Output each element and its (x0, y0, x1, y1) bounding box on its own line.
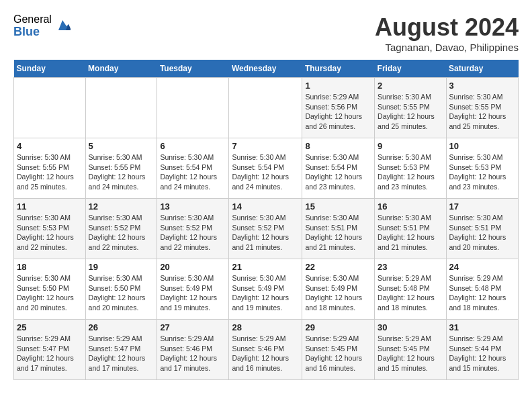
calendar-cell: 13Sunrise: 5:30 AM Sunset: 5:52 PM Dayli… (157, 199, 229, 259)
logo-blue: Blue (13, 26, 52, 39)
day-info: Sunrise: 5:29 AM Sunset: 5:56 PM Dayligh… (305, 92, 371, 132)
day-info: Sunrise: 5:30 AM Sunset: 5:49 PM Dayligh… (160, 273, 226, 313)
day-info: Sunrise: 5:30 AM Sunset: 5:55 PM Dayligh… (378, 92, 443, 132)
day-number: 16 (378, 201, 443, 212)
calendar-cell: 11Sunrise: 5:30 AM Sunset: 5:53 PM Dayli… (14, 199, 86, 259)
day-info: Sunrise: 5:30 AM Sunset: 5:49 PM Dayligh… (232, 273, 299, 313)
day-number: 28 (232, 322, 299, 332)
logo-general: General (13, 13, 52, 26)
day-number: 17 (449, 201, 515, 212)
logo-text: General Blue (13, 13, 52, 38)
day-info: Sunrise: 5:30 AM Sunset: 5:55 PM Dayligh… (89, 152, 154, 192)
day-number: 14 (232, 201, 299, 212)
calendar-cell: 14Sunrise: 5:30 AM Sunset: 5:52 PM Dayli… (229, 199, 302, 259)
calendar-cell (85, 78, 157, 138)
day-info: Sunrise: 5:29 AM Sunset: 5:48 PM Dayligh… (449, 273, 515, 313)
weekday-header-tuesday: Tuesday (157, 60, 229, 78)
day-number: 2 (378, 81, 443, 91)
day-number: 29 (305, 322, 371, 332)
day-info: Sunrise: 5:29 AM Sunset: 5:48 PM Dayligh… (378, 273, 443, 313)
calendar-cell: 4Sunrise: 5:30 AM Sunset: 5:55 PM Daylig… (14, 138, 86, 199)
calendar-cell: 6Sunrise: 5:30 AM Sunset: 5:54 PM Daylig… (157, 138, 229, 199)
calendar-cell: 9Sunrise: 5:30 AM Sunset: 5:53 PM Daylig… (375, 138, 446, 199)
calendar-cell: 5Sunrise: 5:30 AM Sunset: 5:55 PM Daylig… (85, 138, 157, 199)
weekday-row: SundayMondayTuesdayWednesdayThursdayFrid… (14, 60, 519, 78)
week-row-2: 4Sunrise: 5:30 AM Sunset: 5:55 PM Daylig… (14, 138, 519, 199)
day-number: 6 (160, 141, 226, 151)
day-info: Sunrise: 5:30 AM Sunset: 5:50 PM Dayligh… (17, 273, 83, 313)
day-number: 12 (89, 201, 154, 212)
weekday-header-wednesday: Wednesday (229, 60, 302, 78)
calendar-cell: 17Sunrise: 5:30 AM Sunset: 5:51 PM Dayli… (446, 199, 518, 259)
calendar-cell: 20Sunrise: 5:30 AM Sunset: 5:49 PM Dayli… (157, 259, 229, 320)
calendar-cell: 15Sunrise: 5:30 AM Sunset: 5:51 PM Dayli… (302, 199, 375, 259)
day-number: 23 (378, 262, 443, 272)
day-info: Sunrise: 5:30 AM Sunset: 5:52 PM Dayligh… (232, 213, 299, 253)
calendar-cell: 12Sunrise: 5:30 AM Sunset: 5:52 PM Dayli… (85, 199, 157, 259)
month-year: August 2024 (375, 13, 519, 42)
location: Tagnanan, Davao, Philippines (375, 42, 519, 53)
day-info: Sunrise: 5:30 AM Sunset: 5:51 PM Dayligh… (305, 213, 371, 253)
day-number: 25 (17, 322, 83, 332)
day-info: Sunrise: 5:30 AM Sunset: 5:52 PM Dayligh… (89, 213, 154, 253)
day-number: 20 (160, 262, 226, 272)
day-info: Sunrise: 5:30 AM Sunset: 5:54 PM Dayligh… (160, 152, 226, 192)
day-info: Sunrise: 5:30 AM Sunset: 5:51 PM Dayligh… (378, 213, 443, 253)
calendar-cell: 16Sunrise: 5:30 AM Sunset: 5:51 PM Dayli… (375, 199, 446, 259)
calendar-table: SundayMondayTuesdayWednesdayThursdayFrid… (13, 60, 519, 380)
day-info: Sunrise: 5:30 AM Sunset: 5:54 PM Dayligh… (305, 152, 371, 192)
day-info: Sunrise: 5:30 AM Sunset: 5:54 PM Dayligh… (232, 152, 299, 192)
day-number: 13 (160, 201, 226, 212)
day-info: Sunrise: 5:30 AM Sunset: 5:53 PM Dayligh… (378, 152, 443, 192)
weekday-header-thursday: Thursday (302, 60, 375, 78)
day-info: Sunrise: 5:30 AM Sunset: 5:53 PM Dayligh… (449, 152, 515, 192)
weekday-header-sunday: Sunday (14, 60, 86, 78)
calendar-cell: 2Sunrise: 5:30 AM Sunset: 5:55 PM Daylig… (375, 78, 446, 138)
calendar-cell: 23Sunrise: 5:29 AM Sunset: 5:48 PM Dayli… (375, 259, 446, 320)
day-info: Sunrise: 5:29 AM Sunset: 5:44 PM Dayligh… (449, 334, 515, 373)
calendar-header: SundayMondayTuesdayWednesdayThursdayFrid… (14, 60, 519, 78)
day-number: 15 (305, 201, 371, 212)
calendar-cell: 7Sunrise: 5:30 AM Sunset: 5:54 PM Daylig… (229, 138, 302, 199)
day-number: 5 (89, 141, 154, 151)
day-info: Sunrise: 5:29 AM Sunset: 5:46 PM Dayligh… (232, 334, 299, 373)
day-number: 9 (378, 141, 443, 151)
day-number: 3 (449, 81, 515, 91)
day-number: 18 (17, 262, 83, 272)
weekday-header-monday: Monday (85, 60, 157, 78)
logo-icon (54, 18, 71, 34)
calendar-cell (157, 78, 229, 138)
day-number: 19 (89, 262, 154, 272)
day-number: 26 (89, 322, 154, 332)
day-number: 27 (160, 322, 226, 332)
calendar-cell: 26Sunrise: 5:29 AM Sunset: 5:47 PM Dayli… (85, 320, 157, 380)
day-info: Sunrise: 5:30 AM Sunset: 5:50 PM Dayligh… (89, 273, 154, 313)
day-number: 11 (17, 201, 83, 212)
week-row-1: 1Sunrise: 5:29 AM Sunset: 5:56 PM Daylig… (14, 78, 519, 138)
day-number: 4 (17, 141, 83, 151)
day-info: Sunrise: 5:29 AM Sunset: 5:47 PM Dayligh… (89, 334, 154, 373)
calendar-cell: 18Sunrise: 5:30 AM Sunset: 5:50 PM Dayli… (14, 259, 86, 320)
page-header: General Blue August 2024 Tagnanan, Davao… (13, 13, 519, 53)
calendar-cell (14, 78, 86, 138)
day-info: Sunrise: 5:30 AM Sunset: 5:55 PM Dayligh… (17, 152, 83, 192)
title-block: August 2024 Tagnanan, Davao, Philippines (375, 13, 519, 53)
calendar-cell: 19Sunrise: 5:30 AM Sunset: 5:50 PM Dayli… (85, 259, 157, 320)
day-info: Sunrise: 5:29 AM Sunset: 5:45 PM Dayligh… (305, 334, 371, 373)
calendar-cell: 24Sunrise: 5:29 AM Sunset: 5:48 PM Dayli… (446, 259, 518, 320)
calendar-cell: 3Sunrise: 5:30 AM Sunset: 5:55 PM Daylig… (446, 78, 518, 138)
calendar-cell: 28Sunrise: 5:29 AM Sunset: 5:46 PM Dayli… (229, 320, 302, 380)
day-info: Sunrise: 5:30 AM Sunset: 5:52 PM Dayligh… (160, 213, 226, 253)
day-info: Sunrise: 5:29 AM Sunset: 5:46 PM Dayligh… (160, 334, 226, 373)
week-row-4: 18Sunrise: 5:30 AM Sunset: 5:50 PM Dayli… (14, 259, 519, 320)
calendar-body: 1Sunrise: 5:29 AM Sunset: 5:56 PM Daylig… (14, 78, 519, 380)
calendar-cell: 25Sunrise: 5:29 AM Sunset: 5:47 PM Dayli… (14, 320, 86, 380)
calendar-cell: 1Sunrise: 5:29 AM Sunset: 5:56 PM Daylig… (302, 78, 375, 138)
calendar-cell: 27Sunrise: 5:29 AM Sunset: 5:46 PM Dayli… (157, 320, 229, 380)
calendar-cell (229, 78, 302, 138)
day-info: Sunrise: 5:30 AM Sunset: 5:51 PM Dayligh… (449, 213, 515, 253)
weekday-header-friday: Friday (375, 60, 446, 78)
day-info: Sunrise: 5:29 AM Sunset: 5:47 PM Dayligh… (17, 334, 83, 373)
week-row-5: 25Sunrise: 5:29 AM Sunset: 5:47 PM Dayli… (14, 320, 519, 380)
day-info: Sunrise: 5:29 AM Sunset: 5:45 PM Dayligh… (378, 334, 443, 373)
